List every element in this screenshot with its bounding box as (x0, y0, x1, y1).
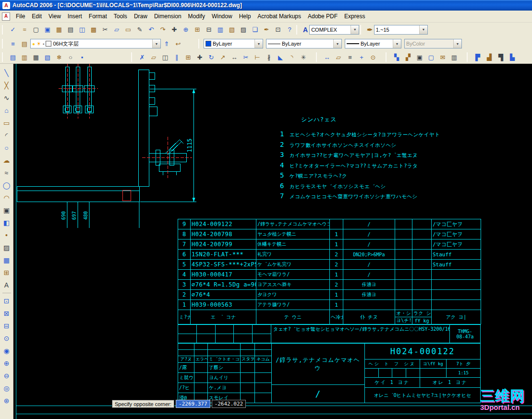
plot-icon[interactable]: ▤ (65, 24, 76, 36)
undo-icon[interactable]: ↶ (145, 24, 157, 36)
arc-icon[interactable]: ◜ (0, 129, 13, 142)
send-under-icon[interactable]: ▙ (507, 51, 518, 63)
rotate-icon[interactable]: ↻ (206, 51, 217, 63)
menu-item[interactable]: Tools (110, 12, 131, 21)
region-icon[interactable]: ▦ (0, 254, 13, 266)
stretch-icon[interactable]: ↔ (229, 51, 240, 63)
lineweight-control[interactable]: ByLayer ▼ (345, 39, 401, 48)
revcloud-icon[interactable]: ☁ (0, 154, 13, 167)
ellipse-icon[interactable]: ◯ (0, 179, 13, 192)
text-style-control[interactable]: COMPLEX ▼ (309, 25, 359, 35)
explode-icon[interactable]: ✳ (298, 51, 309, 63)
fillet-icon[interactable]: ◝ (286, 51, 298, 63)
menu-item[interactable]: Help (236, 12, 254, 21)
chevron-down-icon[interactable]: ▼ (393, 39, 401, 48)
menu-item[interactable]: Express (341, 12, 368, 21)
markup-set-manager-icon[interactable]: ✒ (261, 24, 272, 36)
quickcalc-icon[interactable]: ⊡ (272, 24, 284, 36)
rectangle-icon[interactable]: ▭ (0, 117, 13, 129)
locate-icon[interactable]: ⊙ (367, 51, 379, 63)
help-icon[interactable]: ? (284, 24, 295, 36)
menu-item[interactable]: Draw (131, 12, 151, 21)
drawing-canvas[interactable]: 1115 690 697 480 シンハ?ェス 1 エヒヘシモ?オヘクヤュ夕植シ… (13, 64, 532, 419)
layer-control[interactable]: ● ☀ ▪ 06H文字层 ▼ (30, 39, 161, 48)
point-icon[interactable]: • (0, 229, 13, 241)
xref-icon[interactable]: ▣ (414, 51, 425, 63)
toolbar-grip[interactable] (467, 52, 470, 62)
scale-icon[interactable]: ↗ (217, 51, 229, 63)
layer-lock-icon[interactable]: ▪ (76, 51, 88, 63)
toolbar-grip[interactable] (316, 52, 319, 62)
sheet-set-manager-icon[interactable]: ❏ (249, 24, 261, 36)
zoom-extents-icon[interactable]: ⊛ (0, 395, 13, 407)
zoom-in-icon[interactable]: ⊕ (0, 357, 13, 370)
toolbar-grip[interactable] (386, 52, 389, 62)
zoom-window-icon[interactable]: ⊡ (0, 295, 13, 307)
color-control[interactable]: ByLayer ▼ (204, 39, 263, 48)
bring-above-icon[interactable]: ▜ (495, 51, 507, 63)
table-icon[interactable]: ⊞ (0, 266, 13, 279)
layer-manager-icon[interactable]: ▤ (7, 51, 19, 63)
dim-style-control[interactable]: 1.~15 ▼ (374, 25, 428, 35)
zoom-previous-icon[interactable]: ⊟ (203, 24, 215, 36)
toolbar-grip[interactable] (198, 39, 202, 48)
group-icon[interactable]: ▚ (391, 51, 402, 63)
break-icon[interactable]: ∦ (263, 51, 275, 63)
chevron-down-icon[interactable]: ▼ (333, 39, 341, 48)
menu-item[interactable]: Dimension (151, 12, 185, 21)
id-point-icon[interactable]: + (356, 51, 367, 63)
layer-off-icon[interactable]: ○ (65, 51, 76, 63)
zoom-object-icon[interactable]: ◉ (0, 345, 13, 357)
ellipse-arc-icon[interactable]: ◠ (0, 192, 13, 204)
linetype-control[interactable]: ByLayer ▼ (266, 39, 342, 48)
layer-states-icon[interactable]: ▤ (19, 38, 30, 49)
coordinate-x-field[interactable]: -2269.377 (176, 400, 210, 408)
fields-icon[interactable]: ▥ (448, 51, 460, 63)
send-to-back-icon[interactable]: ▟ (484, 51, 495, 63)
layer-walk-icon[interactable]: ▥ (19, 51, 30, 63)
zoom-scale-icon[interactable]: ⊟ (0, 320, 13, 332)
zoom-center-icon[interactable]: ⊙ (0, 332, 13, 345)
menu-item[interactable]: View (45, 12, 64, 21)
designcenter-icon[interactable]: ▧ (226, 24, 238, 36)
image-icon[interactable]: ▢ (425, 51, 437, 63)
menu-item[interactable]: Adobe PDF (304, 12, 341, 21)
chevron-down-icon[interactable]: ▼ (419, 25, 427, 34)
chevron-down-icon[interactable]: ▼ (254, 39, 263, 48)
layer-freeze-icon[interactable]: ❄ (53, 51, 65, 63)
line-icon[interactable]: ╲ (0, 67, 13, 79)
make-block-icon[interactable]: ◧ (0, 216, 13, 229)
match-properties-icon[interactable]: ✎ (134, 24, 145, 36)
menu-item[interactable]: Acrobat Markups (254, 12, 304, 21)
etransmit-icon[interactable]: ✓ (7, 24, 19, 36)
construction-line-icon[interactable]: ╳ (0, 79, 13, 92)
copy-object-icon[interactable]: ▱ (148, 51, 159, 63)
pan-realtime-icon[interactable]: ✚ (169, 24, 180, 36)
zoom-realtime-icon[interactable]: ⊕ (180, 24, 192, 36)
open-icon[interactable]: ▣ (42, 24, 53, 36)
trim-icon[interactable]: ✂ (240, 51, 252, 63)
toolbar-grip[interactable] (2, 25, 5, 35)
tool-palettes-icon[interactable]: ▨ (238, 24, 249, 36)
plot-preview-icon[interactable]: ◫ (76, 24, 88, 36)
toolbar-grip[interactable] (360, 25, 363, 35)
bring-to-front-icon[interactable]: ▛ (472, 51, 484, 63)
ungroup-icon[interactable]: ▞ (402, 51, 414, 63)
spline-icon[interactable]: ≈ (0, 167, 13, 179)
menu-item[interactable]: Window (208, 12, 236, 21)
move-icon[interactable]: ✚ (194, 51, 206, 63)
hatch-icon[interactable]: ▨ (0, 241, 13, 254)
multiline-text-icon[interactable]: A (0, 279, 13, 291)
menu-item[interactable]: File (12, 12, 28, 21)
menu-item[interactable]: Format (85, 12, 110, 21)
properties-icon[interactable]: ▥ (215, 24, 226, 36)
cut-icon[interactable]: ✂ (99, 24, 111, 36)
toolbar-grip[interactable] (2, 39, 5, 48)
chamfer-icon[interactable]: ◣ (275, 51, 286, 63)
array-icon[interactable]: ⊞ (182, 51, 194, 63)
layer-translate-icon[interactable]: ≈ (19, 24, 30, 36)
chevron-down-icon[interactable]: ▼ (152, 39, 160, 48)
erase-icon[interactable]: ✗ (136, 51, 148, 63)
zoom-dynamic-icon[interactable]: ⊠ (0, 307, 13, 320)
distance-icon[interactable]: ↔ (321, 51, 333, 63)
